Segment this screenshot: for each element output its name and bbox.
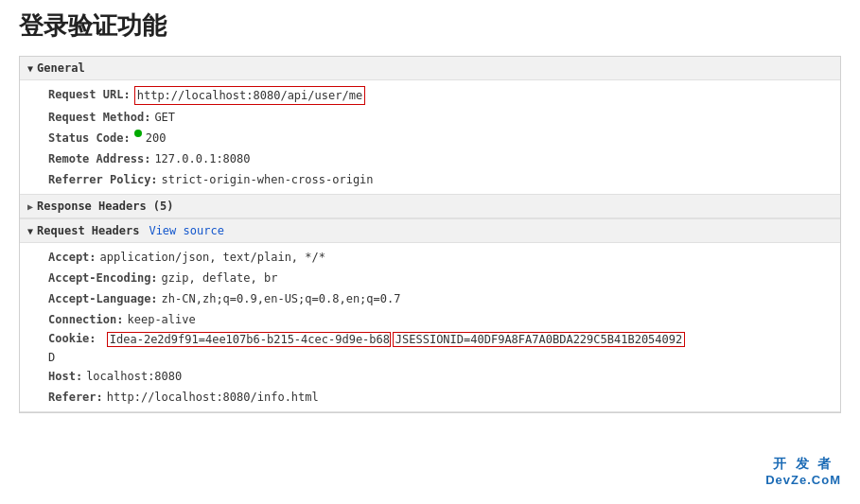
referrer-policy-value: strict-origin-when-cross-origin xyxy=(162,171,374,188)
accept-encoding-value: gzip, deflate, br xyxy=(162,269,278,287)
request-headers-arrow: ▼ xyxy=(27,226,33,236)
cookie-label: Cookie: xyxy=(48,332,103,345)
remote-address-row: Remote Address: 127.0.0.1:8080 xyxy=(20,148,840,169)
watermark: 开 发 者 DevZe.CoM xyxy=(765,456,841,487)
status-code-value: 200 xyxy=(146,130,167,147)
connection-row: Connection: keep-alive xyxy=(20,309,840,330)
accept-language-row: Accept-Language: zh-CN,zh;q=0.9,en-US;q=… xyxy=(20,288,840,309)
host-value: localhost:8080 xyxy=(86,368,182,385)
status-dot-icon xyxy=(134,130,142,137)
host-row: Host: localhost:8080 xyxy=(20,366,840,387)
request-url-value: http://localhost:8080/api/user/me xyxy=(134,86,365,105)
watermark-line1: 开 发 者 xyxy=(765,456,841,473)
accept-encoding-row: Accept-Encoding: gzip, deflate, br xyxy=(20,268,840,288)
status-code-label: Status Code: xyxy=(48,130,131,147)
connection-value: keep-alive xyxy=(127,311,195,328)
general-section: ▼ General Request URL: http://localhost:… xyxy=(20,57,840,195)
request-headers-label: Request Headers xyxy=(37,224,139,237)
request-headers-header[interactable]: ▼ Request Headers View source xyxy=(20,219,840,243)
cookie-value-2: JSESSIONID=40DF9A8FA7A0BDA229C5B41B20540… xyxy=(393,332,685,347)
request-method-row: Request Method: GET xyxy=(20,107,840,128)
host-label: Host: xyxy=(48,368,82,385)
accept-language-label: Accept-Language: xyxy=(48,290,158,307)
general-arrow: ▼ xyxy=(27,63,33,74)
accept-language-value: zh-CN,zh;q=0.9,en-US;q=0.8,en;q=0.7 xyxy=(162,290,401,307)
request-headers-section: ▼ Request Headers View source Accept: ap… xyxy=(20,219,840,412)
remote-address-value: 127.0.0.1:8080 xyxy=(154,150,250,167)
request-url-label: Request URL: xyxy=(48,86,131,103)
devtools-panel: ▼ General Request URL: http://localhost:… xyxy=(19,56,841,413)
cookie-row: Cookie: Idea-2e2d9f91=4ee107b6-b215-4cec… xyxy=(20,330,840,349)
referrer-policy-row: Referrer Policy: strict-origin-when-cros… xyxy=(20,169,840,190)
general-header[interactable]: ▼ General xyxy=(20,57,840,80)
accept-row: Accept: application/json, text/plain, */… xyxy=(20,247,840,268)
referrer-policy-label: Referrer Policy: xyxy=(48,171,158,188)
view-source-link[interactable]: View source xyxy=(149,224,223,237)
request-method-value: GET xyxy=(154,109,175,126)
response-headers-section: ▶ Response Headers (5) xyxy=(20,195,840,219)
accept-encoding-label: Accept-Encoding: xyxy=(48,269,158,287)
referer-value: http://localhost:8080/info.html xyxy=(107,389,319,406)
page-title: 登录验证功能 xyxy=(19,9,841,43)
request-url-row: Request URL: http://localhost:8080/api/u… xyxy=(20,84,840,107)
cookie-value-1: Idea-2e2d9f91=4ee107b6-b215-4cec-9d9e-b6… xyxy=(107,332,391,347)
accept-label: Accept: xyxy=(48,249,97,266)
watermark-line2: DevZe.CoM xyxy=(765,473,841,487)
page-container: 登录验证功能 ▼ General Request URL: http://loc… xyxy=(0,0,860,504)
response-headers-label: Response Headers (5) xyxy=(37,200,174,213)
connection-label: Connection: xyxy=(48,311,123,328)
referer-row: Referer: http://localhost:8080/info.html xyxy=(20,387,840,408)
request-headers-content: Accept: application/json, text/plain, */… xyxy=(20,243,840,411)
request-method-label: Request Method: xyxy=(48,109,150,126)
general-label: General xyxy=(37,61,85,75)
general-content: Request URL: http://localhost:8080/api/u… xyxy=(20,80,840,194)
response-headers-header[interactable]: ▶ Response Headers (5) xyxy=(20,195,840,218)
accept-value: application/json, text/plain, */* xyxy=(100,249,325,266)
cookie-continuation: D xyxy=(20,349,840,366)
referer-label: Referer: xyxy=(48,389,103,406)
remote-address-label: Remote Address: xyxy=(48,150,150,167)
response-headers-arrow: ▶ xyxy=(27,201,33,212)
status-code-row: Status Code: 200 xyxy=(20,128,840,148)
